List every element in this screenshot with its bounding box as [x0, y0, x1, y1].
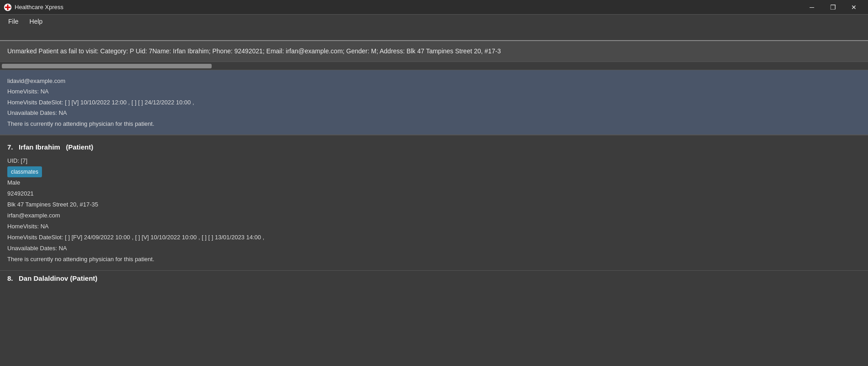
prev-unavailable-dates: Unavailable Dates: NA	[7, 108, 861, 118]
app-icon	[4, 3, 12, 11]
scroll-track[interactable]	[2, 64, 212, 68]
previous-patient-record: lidavid@example.com HomeVisits: NA HomeV…	[0, 70, 868, 135]
maximize-button[interactable]: ❐	[822, 0, 843, 15]
patient-uid: UID: [7]	[7, 155, 861, 166]
patient-home-visits-dateslot: HomeVisits DateSlot: [ ] [FV] 24/09/2022…	[7, 232, 861, 243]
next-patient-preview: 8. Dan Dalaldinov (Patient)	[0, 270, 868, 286]
notification-bar: Unmarked Patient as fail to visit: Categ…	[0, 41, 868, 62]
patient-gender: Male	[7, 177, 861, 188]
patient-physician: There is currently no attending physicia…	[7, 254, 861, 265]
title-bar-controls: ─ ❐ ✕	[801, 0, 864, 15]
minimize-button[interactable]: ─	[801, 0, 822, 15]
prev-email: lidavid@example.com	[7, 76, 861, 86]
patient-name: Irfan Ibrahim	[19, 143, 60, 151]
patient-home-visits: HomeVisits: NA	[7, 221, 861, 232]
search-bar-container	[0, 28, 868, 41]
svg-rect-2	[5, 6, 10, 8]
scroll-thumb[interactable]	[2, 64, 212, 68]
scroll-indicator	[0, 62, 868, 70]
next-patient-name-header: 8. Dan Dalaldinov (Patient)	[7, 274, 861, 282]
prev-home-visits-dateslot: HomeVisits DateSlot: [ ] [V] 10/10/2022 …	[7, 97, 861, 108]
title-bar-left: Healthcare Xpress	[4, 3, 63, 11]
patient-unavailable-dates: Unavailable Dates: NA	[7, 243, 861, 254]
close-button[interactable]: ✕	[843, 0, 864, 15]
patient-category-container: classmates	[7, 166, 861, 177]
title-bar: Healthcare Xpress ─ ❐ ✕	[0, 0, 868, 15]
patient-role: (Patient)	[66, 143, 93, 151]
search-input[interactable]	[5, 31, 187, 40]
menu-help[interactable]: Help	[25, 16, 47, 27]
next-patient-number: 8.	[7, 274, 13, 282]
patient-email: irfan@example.com	[7, 210, 861, 221]
prev-physician: There is currently no attending physicia…	[7, 119, 861, 129]
content-area[interactable]: lidavid@example.com HomeVisits: NA HomeV…	[0, 70, 868, 358]
menu-file[interactable]: File	[4, 16, 23, 27]
next-patient-name: Dan Dalaldinov (Patient)	[19, 274, 98, 282]
menu-bar: File Help	[0, 15, 868, 28]
patient-phone: 92492021	[7, 188, 861, 199]
patient-category-badge: classmates	[7, 166, 42, 177]
prev-home-visits: HomeVisits: NA	[7, 86, 861, 97]
app-title: Healthcare Xpress	[15, 4, 63, 10]
patient-number: 7.	[7, 143, 13, 151]
notification-text: Unmarked Patient as fail to visit: Categ…	[7, 47, 501, 55]
patient-name-header: 7. Irfan Ibrahim (Patient)	[7, 141, 861, 154]
patient-address: Blk 47 Tampines Street 20, #17-35	[7, 199, 861, 210]
current-patient-record: 7. Irfan Ibrahim (Patient) UID: [7] clas…	[0, 135, 868, 270]
